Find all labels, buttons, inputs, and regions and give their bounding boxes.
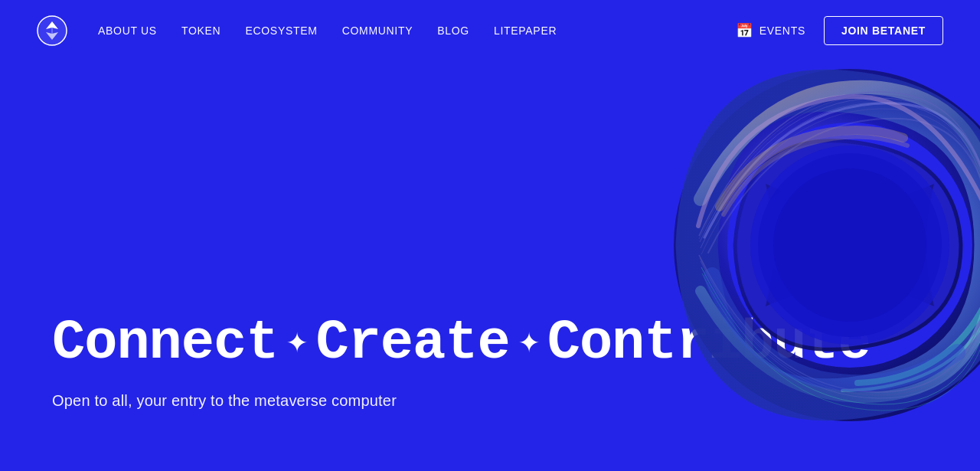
nav-link-ecosystem[interactable]: ECOSYSTEM [245, 25, 317, 37]
nav-link-blog[interactable]: BLOG [437, 25, 469, 37]
svg-point-4 [773, 168, 926, 322]
nav-links: ABOUT US TOKEN ECOSYSTEM COMMUNITY BLOG … [98, 25, 736, 37]
ring-svg [612, 31, 980, 467]
star-icon-2: ✦ [518, 327, 540, 358]
hero-title-create: Create [315, 312, 509, 375]
nav-link-litepaper[interactable]: LITEPAPER [494, 25, 557, 37]
logo-area[interactable] [37, 15, 67, 46]
page-wrapper: ABOUT US TOKEN ECOSYSTEM COMMUNITY BLOG … [0, 0, 980, 471]
nav-link-token[interactable]: TOKEN [181, 25, 220, 37]
logo-icon [37, 15, 67, 46]
join-betanet-button[interactable]: JOIN BETANET [824, 16, 943, 45]
nav-right: 📅 EVENTS JOIN BETANET [736, 16, 943, 45]
star-icon-1: ✦ [286, 327, 308, 358]
events-label: EVENTS [760, 25, 805, 37]
calendar-icon: 📅 [736, 22, 753, 39]
hero-title-connect: Connect [52, 312, 278, 375]
navbar: ABOUT US TOKEN ECOSYSTEM COMMUNITY BLOG … [0, 0, 980, 61]
nav-link-community[interactable]: COMMUNITY [342, 25, 413, 37]
hero-3d-visual [612, 31, 980, 467]
events-link[interactable]: 📅 EVENTS [736, 22, 805, 39]
nav-link-about-us[interactable]: ABOUT US [98, 25, 157, 37]
